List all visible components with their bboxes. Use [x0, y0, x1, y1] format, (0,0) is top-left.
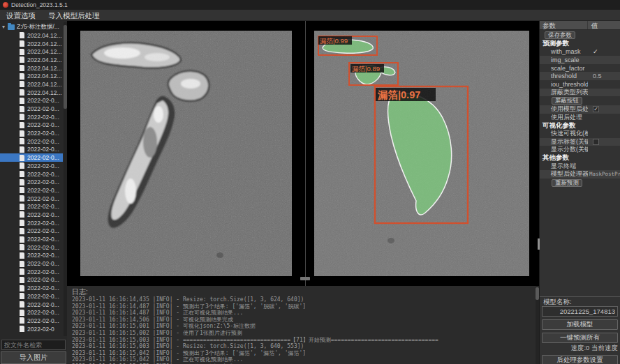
menu-import-model-postprocess[interactable]: 导入模型后处理	[42, 10, 106, 21]
tree-file-item[interactable]: 2022.04.12...	[0, 72, 63, 80]
param-row-use-model-postprocess: 使用模型后处理✓	[540, 105, 620, 114]
tree-file-item[interactable]: 2022-02-0...	[0, 170, 63, 179]
tree-file-item[interactable]: 2022-02-0...	[0, 227, 63, 236]
file-icon	[20, 162, 24, 169]
tree-file-item[interactable]: 2022.04.12...	[0, 47, 63, 56]
file-icon	[20, 146, 24, 153]
file-icon	[20, 211, 24, 218]
re-predict-button[interactable]: 重新预测	[552, 179, 582, 187]
param-section-other-params: 其他参数	[540, 154, 620, 162]
viewport-divider[interactable]	[305, 21, 306, 286]
file-icon	[20, 204, 24, 210]
tree-file-item[interactable]: 2022-02-0...	[0, 121, 63, 130]
prediction-image-viewport[interactable]: 漏箔|0.99 漏箔|0.89 漏箔|0.97	[314, 31, 529, 276]
file-icon	[20, 317, 24, 324]
tree-file-item[interactable]: 2022-02-0...	[0, 268, 63, 276]
tree-file-item[interactable]: 2022.04.12...	[0, 31, 63, 40]
param-name: 屏蔽类型列表	[540, 88, 588, 97]
file-icon	[20, 285, 24, 291]
log-line: 2023-01-11 16:16:14,487 |INFO| - 正在可视化预测…	[72, 310, 533, 317]
file-icon	[20, 122, 24, 128]
folder-icon	[8, 24, 15, 30]
log-line: 2023-01-11 16:16:15,001 |INFO| - 可视化json…	[72, 323, 533, 330]
tree-file-item[interactable]: 2022-02-0...	[0, 129, 63, 137]
model-name-value: 20221225_174813	[542, 306, 618, 317]
file-icon	[20, 228, 24, 234]
speed-status-text: 速度:0 当前速度	[542, 343, 618, 352]
file-icon	[20, 114, 24, 120]
import-image-button[interactable]: 导入图片	[1, 351, 66, 364]
tree-file-item[interactable]: 2022-02-0...	[0, 137, 63, 146]
tree-file-item[interactable]: 2022-02-0...	[0, 178, 63, 186]
log-line: 2023-01-11 16:16:15,042 |INFO| - 预测出了3个结…	[72, 350, 533, 357]
filename-search-input[interactable]	[1, 340, 66, 350]
viewport-splitter-handle[interactable]	[300, 277, 310, 280]
file-icon	[20, 261, 24, 267]
panel-splitter-handle[interactable]	[538, 238, 540, 250]
params-rows: 预测参数with_mask✓img_scalescale_factorthres…	[540, 40, 620, 188]
tree-file-item[interactable]: 2022.04.12...	[0, 40, 63, 48]
tree-file-item[interactable]: 2022.04.12...	[0, 56, 63, 64]
tree-file-item[interactable]: 2022-02-0...	[0, 211, 63, 219]
file-icon	[20, 187, 24, 193]
tree-file-item[interactable]: 2022-02-0...	[0, 308, 63, 317]
postprocess-settings-button[interactable]: 后处理参数设置	[542, 355, 618, 364]
file-icon	[20, 98, 24, 104]
predict-all-button[interactable]: 一键预测所有	[542, 333, 618, 343]
tree-file-item[interactable]: 2022-02-0...	[0, 292, 63, 301]
tree-file-item[interactable]: 2022-02-0...	[0, 235, 63, 243]
file-icon	[20, 89, 24, 96]
load-model-button[interactable]: 加载模型	[542, 319, 618, 330]
tree-file-item[interactable]: 2022-02-0...	[0, 243, 63, 252]
tree-root-folder[interactable]: ▾ Z:/5-标注数据/...	[0, 22, 63, 31]
file-icon	[20, 56, 24, 63]
param-value: ✓	[588, 48, 620, 55]
param-row-show-score-keypoint: 显示分数(关键点)	[540, 146, 620, 154]
tree-file-item[interactable]: 2022-02-0...	[0, 317, 63, 325]
tree-file-item[interactable]: 2022.04.12...	[0, 89, 63, 97]
save-params-button[interactable]: 保存参数	[545, 31, 575, 39]
tree-file-item[interactable]: 2022-02-0...	[0, 105, 63, 113]
tree-file-item[interactable]: 2022-02-0...	[0, 97, 63, 105]
tree-file-item[interactable]: 2022-02-0...	[0, 276, 63, 285]
tree-file-item[interactable]: 2022-02-0...	[0, 113, 63, 121]
tree-file-item[interactable]: 2022-02-0...	[0, 259, 63, 268]
value-column-header: 值	[588, 21, 620, 29]
tree-file-item[interactable]: 2022-02-0...	[0, 146, 63, 154]
param-column-header: 参数	[540, 21, 588, 29]
tree-file-item[interactable]: 2022-02-0...	[0, 162, 63, 170]
file-tree: ▾ Z:/5-标注数据/... 2022.04.12... 2022.04.12…	[0, 22, 63, 336]
tree-file-item[interactable]: 2022.04.12...	[0, 80, 63, 89]
tree-file-item[interactable]: 2022.04.12...	[0, 64, 63, 73]
checkbox-checked-icon[interactable]: ✓	[593, 106, 599, 112]
file-icon	[20, 171, 24, 177]
tree-file-item[interactable]: 2022-02-0...	[0, 153, 63, 162]
tree-root-label: Z:/5-标注数据/...	[17, 23, 59, 31]
tree-expand-arrow[interactable]: ▾	[2, 24, 8, 30]
tree-file-item[interactable]: 2022-02-0...	[0, 301, 63, 309]
mask-button[interactable]: 屏蔽按钮	[552, 97, 582, 105]
tree-file-item[interactable]: 2022-02-0...	[0, 252, 63, 260]
tree-file-item[interactable]: 2022-02-0...	[0, 186, 63, 195]
tree-file-item[interactable]: 2022-02-0	[0, 325, 63, 333]
file-tree-panel: ▾ Z:/5-标注数据/... 2022.04.12... 2022.04.12…	[0, 21, 67, 364]
param-section-visualization-params: 可视化参数	[540, 121, 620, 130]
tree-file-item[interactable]: 2022-02-0...	[0, 219, 63, 227]
title-bar: Detection_2023.1.5.1	[0, 0, 620, 10]
tree-file-item[interactable]: 2022-02-0...	[0, 195, 63, 203]
param-row-iou-threshold: iou_threshold	[540, 80, 620, 89]
menu-settings[interactable]: 设置选项	[0, 10, 42, 21]
tree-file-item[interactable]: 2022-02-0...	[0, 284, 63, 292]
checkbox-empty-icon[interactable]	[593, 139, 599, 145]
file-icon	[20, 277, 24, 283]
file-icon	[20, 138, 24, 144]
file-icon	[20, 326, 24, 332]
file-icon	[20, 40, 24, 47]
file-icon	[20, 244, 24, 250]
source-image-viewport[interactable]	[80, 31, 292, 276]
tree-file-item[interactable]: 2022-02-0...	[0, 202, 63, 211]
param-value[interactable]	[588, 139, 620, 145]
param-row-mask-type-list: 屏蔽类型列表	[540, 89, 620, 97]
log-area: 日志: 2023-01-11 16:16:14,435 |INFO| - Res…	[67, 286, 539, 364]
param-value[interactable]: ✓	[588, 106, 620, 112]
